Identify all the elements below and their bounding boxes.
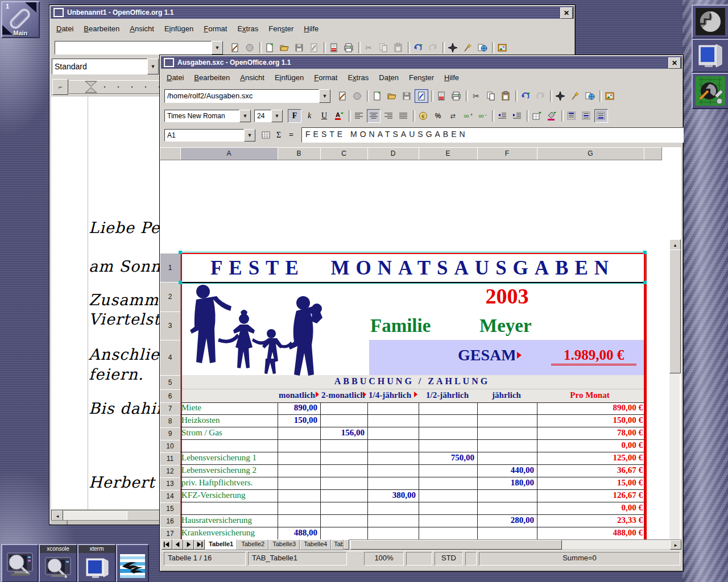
tabbar-splitter[interactable] [344,539,349,550]
paste-icon[interactable] [391,41,405,55]
cell-value-g11[interactable]: 125,00 € [537,453,643,463]
table-row[interactable]: Lebensversicherung 2440,0036,67 € [180,465,644,477]
window-menu-icon[interactable] [164,58,174,67]
align-center-icon[interactable] [367,109,380,123]
cell-value-g12[interactable]: 36,67 € [537,465,643,475]
printer-icon[interactable] [342,41,355,55]
sheet-tab-tabelle1[interactable]: Tabelle1 [205,539,237,550]
align-right-icon[interactable] [382,109,395,123]
period-header-j-hrlich[interactable]: jährlich [478,390,535,401]
print-file-icon[interactable] [435,89,448,103]
autopilot-icon[interactable] [350,89,364,103]
table-row[interactable]: Krankenversicherung488,00488,00 € [180,527,644,539]
font-size-combobox[interactable]: 24 ▼ [254,110,283,122]
paste-icon[interactable] [499,89,512,103]
selection-handle[interactable] [643,251,647,254]
chevron-down-icon[interactable]: ▼ [212,41,223,55]
sheet-tab-tabelle4[interactable]: Tabelle4 [300,539,331,550]
new-doc-template-icon[interactable] [228,41,242,55]
table-row[interactable]: KFZ-Versicherung380,00126,67 € [180,490,644,502]
cell-reference-field[interactable]: A1 [164,129,244,142]
sheet-tab-tabelle3[interactable]: Tabelle3 [268,539,300,550]
cell-value-f13[interactable]: 180,00 [477,478,534,488]
save-icon[interactable] [400,89,413,103]
writer-titlebar[interactable]: Unbenannt1 - OpenOffice.org 1.1 ✕ [51,6,574,19]
edit-file-icon[interactable] [415,89,428,103]
scrollbar-thumb[interactable] [350,540,562,550]
tab-last-icon[interactable] [194,539,205,550]
taskbar-xterm-button[interactable]: xterm [77,544,116,582]
equals-function-icon[interactable]: = [285,129,297,142]
gallery-icon[interactable] [495,41,509,55]
table-row[interactable]: 0,00 € [180,440,644,452]
close-icon[interactable]: ✕ [560,7,573,19]
font-name-combobox[interactable]: Times New Roman ▼ [164,110,251,122]
valign-bottom-icon[interactable] [594,109,608,123]
delete-decimal-icon[interactable]: 00- [475,109,489,123]
cell-category-label[interactable]: Krankenversicherung [181,528,255,538]
status-zoom[interactable]: 100% [364,552,404,566]
menu-format[interactable]: Format [309,72,342,84]
menu-datei[interactable]: Datei [51,23,78,35]
status-insert-mode[interactable]: STD [435,552,463,566]
calc-titlebar[interactable]: Ausgaben.sxc - OpenOffice.org 1.1 ✕ [161,56,682,69]
window-menu-icon[interactable] [53,8,64,17]
cell-value-g14[interactable]: 126,67 € [537,490,643,500]
borders-icon[interactable] [530,109,544,123]
sheet-tab-tab[interactable]: Tab [331,539,344,550]
menu-bearbeiten[interactable]: Bearbeiten [189,72,235,84]
row-header-12[interactable]: 12 [160,465,181,478]
table-row[interactable]: priv. Haftpflichtvers.180,0015,00 € [180,477,644,490]
selection-handle[interactable] [179,251,182,254]
tab-stop-type-button[interactable]: ⌐ [52,79,68,95]
cell-category-label[interactable]: Heizkosten [181,415,220,425]
chevron-down-icon[interactable]: ▼ [147,59,159,74]
period-header-monatlich[interactable]: monatlich [279,390,318,401]
table-row[interactable]: Lebensversicherung 1750,00125,00 € [180,452,644,465]
percent-format-icon[interactable]: % [431,109,445,123]
menu-datei[interactable]: Datei [162,72,189,84]
scrollbar-thumb[interactable] [669,250,681,373]
config-tools-dockapp-icon[interactable] [692,73,728,109]
cell-total-label[interactable]: GESAMT [458,346,515,364]
cell-value-f16[interactable]: 280,00 [477,516,534,525]
menu-ansicht[interactable]: Ansicht [125,23,159,35]
menu-fenster[interactable]: Fenster [404,72,439,84]
taskbar-xconsole-button[interactable]: xconsole [39,544,77,582]
cell-family-label[interactable]: Familie [370,315,431,336]
cell-value-d14[interactable]: 380,00 [367,490,416,500]
redo-icon[interactable] [426,41,440,55]
cell-value-b8[interactable]: 150,00 [278,415,317,425]
row-header-9[interactable]: 9 [160,427,181,440]
new-doc-icon[interactable] [370,89,384,103]
row-header-2[interactable]: 2 [160,282,181,312]
currency-format-icon[interactable]: € [416,109,430,123]
chevron-down-icon[interactable]: ▼ [244,129,255,142]
paragraph-style-combobox[interactable]: Standard ▼ [52,59,159,76]
table-row[interactable]: Heizkosten150,00150,00 € [180,415,644,427]
new-doc-icon[interactable] [263,41,276,55]
function-wizard-icon[interactable] [260,129,272,142]
hyperlink-icon[interactable] [475,41,489,55]
menu-fenster[interactable]: Fenster [263,23,299,35]
document-url-combobox[interactable]: /home/rolf2/Ausgaben.sxc ▼ [164,89,330,103]
cell-category-label[interactable]: Miete [181,403,201,413]
increase-indent-icon[interactable] [510,109,524,123]
table-row[interactable]: Miete890,00890,00 € [180,402,644,415]
row-header-10[interactable]: 10 [160,440,181,453]
scroll-right-icon[interactable]: ▸ [670,540,681,550]
cell-value-g7[interactable]: 890,00 € [537,403,643,413]
cell-value-g13[interactable]: 15,00 € [537,478,643,488]
font-color-icon[interactable]: A [332,109,346,123]
bold-icon[interactable]: F [288,109,301,123]
selection-handle[interactable] [643,281,647,284]
cell-value-g8[interactable]: 150,00 € [537,415,643,425]
period-header-2-monatlich[interactable]: 2-monatlich [321,390,365,401]
writer-url-field[interactable] [55,41,212,55]
row-header-7[interactable]: 7 [160,402,181,415]
stylist-icon[interactable] [461,41,474,55]
cut-icon[interactable]: ✂ [469,89,483,103]
column-header-c[interactable]: C [320,147,368,160]
menu-extras[interactable]: Extras [342,72,374,84]
cell-value-g17[interactable]: 488,00 € [537,528,643,538]
